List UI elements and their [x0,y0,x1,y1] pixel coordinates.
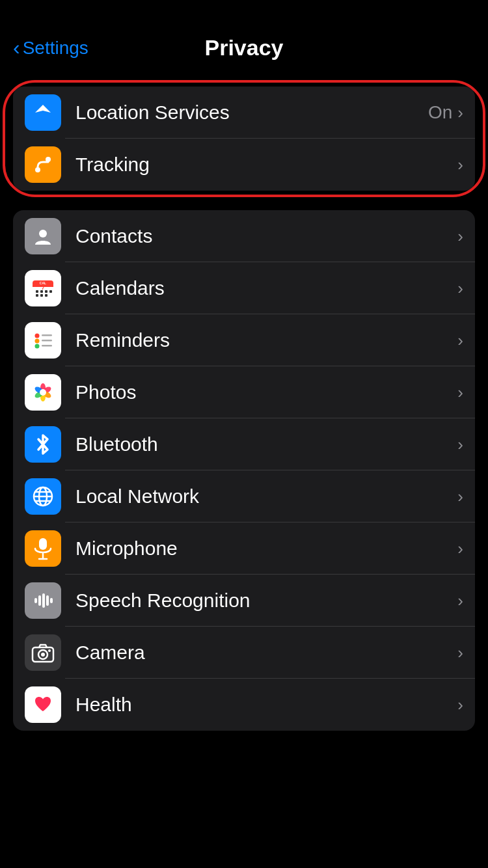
svg-rect-38 [34,598,37,603]
svg-point-18 [35,344,40,349]
microphone-label: Microphone [75,537,457,560]
sidebar-item-location-services[interactable]: Location Services On › [13,87,475,139]
sidebar-item-reminders[interactable]: Reminders › [13,314,475,366]
svg-rect-12 [45,294,47,297]
location-services-icon [25,94,61,131]
sidebar-item-contacts[interactable]: Contacts › [13,210,475,262]
sidebar-item-local-network[interactable]: Local Network › [13,470,475,522]
speech-recognition-icon [25,582,61,619]
contacts-label: Contacts [75,225,457,247]
camera-icon [25,634,61,671]
bluetooth-label: Bluetooth [75,433,457,455]
camera-chevron-icon: › [457,643,463,663]
back-label: Settings [23,38,88,59]
photos-label: Photos [75,381,457,403]
sidebar-item-camera[interactable]: Camera › [13,627,475,679]
local-network-icon [25,478,61,515]
back-chevron-icon: ‹ [13,37,20,58]
tracking-label: Tracking [75,154,457,176]
tracking-chevron-icon: › [457,155,463,175]
section-group1: Location Services On › Tracking › [13,87,475,191]
sidebar-item-bluetooth[interactable]: Bluetooth › [13,418,475,470]
location-services-chevron-icon: › [457,103,463,123]
reminders-label: Reminders [75,329,457,351]
svg-point-46 [48,649,51,652]
speech-recognition-label: Speech Recognition [75,590,457,612]
calendars-label: Calendars [75,277,457,299]
svg-rect-11 [40,294,43,297]
local-network-chevron-icon: › [457,487,463,507]
svg-rect-42 [50,598,53,603]
contacts-chevron-icon: › [457,226,463,247]
location-services-value: On [428,102,452,123]
svg-rect-20 [42,340,52,342]
svg-rect-19 [42,334,52,336]
svg-point-45 [41,653,45,657]
svg-text:7: 7 [42,285,45,291]
group1-wrapper: Location Services On › Tracking › [13,87,475,191]
speech-recognition-chevron-icon: › [457,591,463,611]
sidebar-item-photos[interactable]: Photos › [13,366,475,418]
contacts-icon [25,218,61,254]
calendars-chevron-icon: › [457,278,463,299]
page-title: Privacy [205,35,284,61]
calendars-icon: CAL 7 [25,270,61,306]
location-services-label: Location Services [75,102,428,124]
svg-rect-39 [38,595,41,606]
microphone-chevron-icon: › [457,539,463,559]
svg-rect-10 [36,294,38,297]
svg-rect-40 [42,593,45,608]
health-label: Health [75,694,457,716]
photos-icon [25,374,61,411]
svg-rect-9 [49,290,52,293]
health-chevron-icon: › [457,695,463,715]
sidebar-item-microphone[interactable]: Microphone › [13,522,475,575]
bluetooth-chevron-icon: › [457,435,463,455]
sidebar-item-health[interactable]: Health › [13,679,475,731]
tracking-icon [25,146,61,183]
svg-rect-35 [39,538,47,550]
microphone-icon [25,530,61,567]
bluetooth-icon [25,426,61,463]
svg-rect-41 [46,595,49,606]
svg-point-17 [35,339,40,344]
svg-rect-21 [42,345,52,347]
reminders-icon [25,322,61,359]
sidebar-item-speech-recognition[interactable]: Speech Recognition › [13,575,475,627]
svg-point-29 [40,389,46,396]
svg-point-2 [39,230,47,237]
local-network-label: Local Network [75,485,457,508]
back-button[interactable]: ‹ Settings [13,38,88,59]
header: ‹ Settings Privacy [0,0,488,67]
svg-rect-8 [45,290,47,293]
health-icon [25,686,61,723]
svg-point-16 [35,334,40,338]
sidebar-item-tracking[interactable]: Tracking › [13,139,475,191]
reminders-chevron-icon: › [457,331,463,351]
photos-chevron-icon: › [457,383,463,403]
camera-label: Camera [75,642,457,664]
svg-rect-6 [36,290,38,293]
sidebar-item-calendars[interactable]: CAL 7 Calendars › [13,262,475,314]
section-group2: Contacts › CAL 7 Calendars › [13,210,475,731]
